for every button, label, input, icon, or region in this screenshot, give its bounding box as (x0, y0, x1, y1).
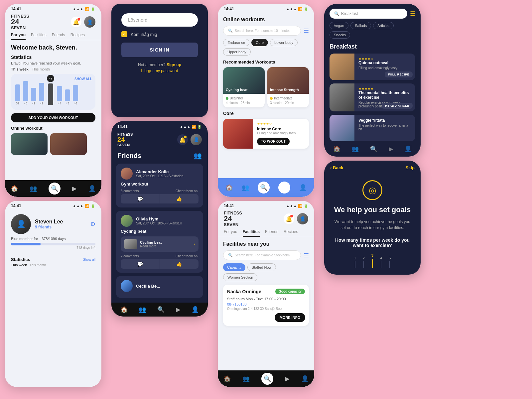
card2-label: Intense Strength (270, 88, 299, 92)
show-all-link[interactable]: SHOW ALL (74, 77, 92, 81)
friends-screen: 14:41 ▲▲▲ 📶 🔋 FITNESS 24 SEVEN 🔔 👤 Frien… (111, 121, 208, 317)
facilities-bell[interactable]: 🔔 (284, 213, 294, 224)
read-article-button[interactable]: READ ARTICLE (382, 103, 413, 109)
sign-in-button[interactable]: SIGN IN (121, 43, 198, 57)
to-workout-button[interactable]: TO WORKOUT (257, 138, 290, 145)
search-fac-icon[interactable]: 🔍 (261, 373, 273, 385)
show-all-stats[interactable]: Show all (83, 258, 95, 261)
chip-women-section[interactable]: Women Section (223, 273, 257, 281)
workouts-filter-icon[interactable]: ☰ (304, 27, 309, 35)
bar-item: 40 (23, 81, 28, 105)
sign-up-link[interactable]: Sign up (167, 63, 181, 67)
this-week-tab[interactable]: This week (11, 67, 29, 71)
tag-articles[interactable]: Articles (373, 22, 394, 29)
tag-snacks[interactable]: Snacks (330, 31, 350, 39)
profile-friends-count[interactable]: 9 friends (35, 225, 86, 229)
friends-icon-friends[interactable]: 👥 (139, 306, 146, 313)
scale-line-3[interactable] (372, 259, 373, 268)
friends-icon-workout[interactable]: 👥 (242, 184, 249, 191)
friends-recipe-icon[interactable]: 👥 (351, 145, 359, 153)
tab-friends-fac[interactable]: Friends (265, 229, 278, 237)
bar-item: 42 (39, 83, 44, 105)
notification-bell[interactable]: 🔔 (71, 17, 81, 27)
remember-me-checkbox[interactable]: ✓ (121, 31, 127, 37)
facilities-avatar[interactable]: 👤 (297, 213, 308, 224)
friends-avatar[interactable]: 👤 (191, 134, 202, 145)
facilities-status: 14:41 ▲▲▲ 📶 🔋 (218, 201, 314, 209)
more-info-button[interactable]: MORE INFO (275, 313, 305, 322)
workout-thumb-2[interactable] (50, 133, 87, 155)
comment-button-2[interactable]: 💬 (121, 259, 160, 269)
core-image (223, 119, 253, 149)
home-recipe-icon[interactable]: 🏠 (333, 145, 340, 153)
search-nav-icon[interactable]: 🔍 (49, 183, 61, 195)
scale-line-5[interactable] (389, 261, 390, 268)
like-button-1[interactable]: 👍 (160, 194, 199, 203)
beginner-dot (226, 97, 228, 100)
fitness-logo: FITNESS 24 SEVEN (11, 14, 29, 30)
add-friend-icon[interactable]: 👥 (194, 152, 202, 160)
scale-line-4[interactable] (381, 261, 381, 268)
skip-button[interactable]: Skip (406, 165, 415, 170)
settings-gear-icon[interactable]: ⚙ (90, 220, 95, 228)
back-button[interactable]: ‹ Back (330, 165, 343, 170)
video-nav-icon[interactable]: ▶ (72, 185, 77, 192)
password-input[interactable]: Lösenord (121, 13, 198, 27)
tab-facilities[interactable]: Facilities (31, 33, 47, 40)
chip-lower-body[interactable]: Lower body (270, 39, 298, 46)
recipes-search-input[interactable]: 🔍 Breakfast (330, 9, 407, 19)
profile-icon-friends[interactable]: 👤 (192, 306, 199, 313)
search-recipe-icon[interactable]: 🔍 (370, 145, 377, 153)
scale-line-1[interactable] (355, 261, 355, 268)
tag-sallads[interactable]: Sallads (350, 22, 371, 29)
video-recipe-icon[interactable]: ▶ (389, 145, 393, 153)
profile-recipe-icon[interactable]: 👤 (404, 145, 412, 153)
workout-thumb-1[interactable] (11, 133, 48, 155)
tab-for-you-fac[interactable]: For you (224, 229, 237, 237)
user-avatar[interactable]: 👤 (84, 16, 95, 28)
search-circle-workout[interactable]: 🔍 (258, 182, 270, 194)
chip-endurance[interactable]: Endurance (223, 39, 249, 46)
tab-recipes-fac[interactable]: Recipes (284, 229, 298, 237)
cycling-beat-card[interactable]: Cycling beat Read more › (121, 236, 199, 252)
add-workout-button[interactable]: ADD YOUR OWN WORKOUT (11, 113, 95, 122)
profile-this-month[interactable]: This month (30, 263, 46, 267)
profile-nav-icon[interactable]: 👤 (88, 185, 96, 192)
facilities-search-box[interactable]: 🔍 Search here. For example Stockholm (223, 250, 301, 260)
full-recipe-button[interactable]: FULL RECIPE (385, 71, 413, 77)
friends-fac-icon[interactable]: 👥 (242, 375, 250, 382)
workouts-search-box[interactable]: 🔍 Search here. For example 10 minutes (223, 26, 301, 36)
core-card-title: Intense Core (257, 127, 305, 131)
home-icon-workout[interactable]: 🏠 (225, 184, 233, 191)
home-nav-icon[interactable]: 🏠 (11, 185, 18, 192)
tab-recipes[interactable]: Recipes (70, 33, 85, 40)
facilities-filter-icon[interactable]: ☰ (304, 252, 309, 259)
friends-bell[interactable]: 🔔 (177, 134, 188, 145)
comment-button-1[interactable]: 💬 (121, 194, 160, 203)
chip-upper-body[interactable]: Upper body (223, 48, 251, 56)
profile-icon-workout[interactable]: 👤 (299, 184, 307, 191)
chip-staffed-now[interactable]: Staffed Now (247, 263, 276, 271)
this-month-tab[interactable]: This month (32, 67, 50, 71)
profile-this-week[interactable]: This week (11, 263, 27, 267)
tag-vegan[interactable]: Vegan (330, 22, 348, 29)
tab-friends[interactable]: Friends (52, 33, 65, 40)
video-fac-icon[interactable]: ▶ (285, 375, 290, 382)
forgot-password-link[interactable]: I forgot my password (121, 68, 198, 73)
home-icon-friends[interactable]: 🏠 (120, 306, 128, 313)
workouts-screen: 14:41 ▲▲▲ 📶 🔋 Online workouts 🔍 Search h… (218, 4, 314, 197)
chip-capacity[interactable]: Capacity (223, 263, 245, 271)
video-icon-friends[interactable]: ▶ (176, 306, 181, 313)
video-icon-workout[interactable]: ▶ (278, 182, 290, 194)
tab-facilities-fac[interactable]: Facilities (243, 229, 260, 237)
home-fac-icon[interactable]: 🏠 (223, 375, 231, 382)
facility-phone[interactable]: 08-7150180 (227, 302, 305, 306)
chip-core[interactable]: Core (251, 39, 268, 46)
profile-fac-icon[interactable]: 👤 (301, 375, 309, 382)
tab-for-you[interactable]: For you (11, 33, 26, 40)
recipes-filter-icon[interactable]: ☰ (410, 10, 415, 17)
like-button-2[interactable]: 👍 (160, 259, 199, 269)
search-icon-friends[interactable]: 🔍 (157, 306, 165, 313)
scale-line-2[interactable] (363, 261, 364, 268)
friends-nav-icon[interactable]: 👥 (30, 185, 37, 192)
